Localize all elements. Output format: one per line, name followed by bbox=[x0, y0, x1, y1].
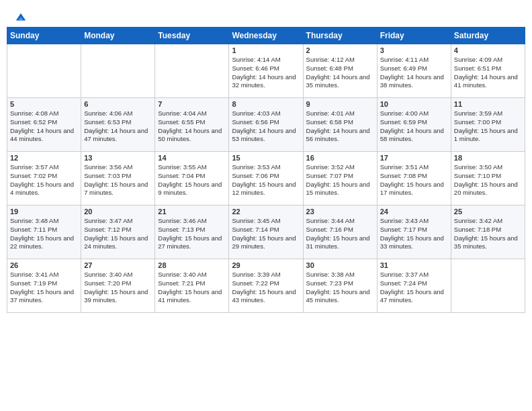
sunrise-text: Sunrise: 3:47 AM bbox=[84, 217, 132, 224]
sunrise-text: Sunrise: 3:46 AM bbox=[158, 217, 206, 224]
day-info: Sunrise: 3:41 AM Sunset: 7:19 PM Dayligh… bbox=[10, 271, 78, 305]
calendar-cell: 18 Sunrise: 3:50 AM Sunset: 7:10 PM Dayl… bbox=[451, 152, 525, 205]
day-info: Sunrise: 3:46 AM Sunset: 7:13 PM Dayligh… bbox=[158, 217, 226, 251]
sunrise-text: Sunrise: 4:11 AM bbox=[380, 56, 429, 63]
daylight-text: Daylight: 15 hours and 1 minute. bbox=[454, 127, 518, 143]
sunrise-text: Sunrise: 3:43 AM bbox=[380, 217, 429, 224]
sunset-text: Sunset: 7:19 PM bbox=[10, 279, 57, 287]
weekday-wednesday: Wednesday bbox=[229, 28, 303, 44]
calendar-cell: 8 Sunrise: 4:03 AM Sunset: 6:56 PM Dayli… bbox=[229, 98, 303, 152]
sunset-text: Sunset: 7:14 PM bbox=[232, 226, 279, 233]
sunset-text: Sunset: 7:10 PM bbox=[454, 172, 501, 179]
calendar-cell bbox=[7, 44, 81, 98]
calendar-cell: 26 Sunrise: 3:41 AM Sunset: 7:19 PM Dayl… bbox=[7, 259, 81, 313]
sunrise-text: Sunrise: 3:48 AM bbox=[10, 217, 58, 224]
day-info: Sunrise: 4:06 AM Sunset: 6:53 PM Dayligh… bbox=[84, 109, 152, 144]
day-info: Sunrise: 3:50 AM Sunset: 7:10 PM Dayligh… bbox=[454, 163, 522, 197]
daylight-text: Daylight: 15 hours and 15 minutes. bbox=[306, 181, 370, 197]
sunrise-text: Sunrise: 3:50 AM bbox=[454, 163, 502, 171]
day-number: 9 bbox=[306, 100, 374, 108]
sunset-text: Sunset: 6:56 PM bbox=[232, 118, 279, 126]
day-number: 4 bbox=[454, 46, 522, 54]
day-info: Sunrise: 3:59 AM Sunset: 7:00 PM Dayligh… bbox=[454, 109, 522, 144]
sunset-text: Sunset: 7:23 PM bbox=[306, 279, 353, 287]
day-info: Sunrise: 3:40 AM Sunset: 7:21 PM Dayligh… bbox=[158, 271, 226, 305]
sunset-text: Sunset: 7:16 PM bbox=[306, 226, 353, 233]
day-number: 19 bbox=[10, 208, 78, 216]
day-number: 8 bbox=[232, 100, 300, 108]
day-info: Sunrise: 3:39 AM Sunset: 7:22 PM Dayligh… bbox=[232, 271, 300, 305]
day-info: Sunrise: 3:53 AM Sunset: 7:06 PM Dayligh… bbox=[232, 163, 300, 197]
day-number: 7 bbox=[158, 100, 226, 108]
day-info: Sunrise: 3:47 AM Sunset: 7:12 PM Dayligh… bbox=[84, 217, 152, 251]
day-number: 16 bbox=[306, 154, 374, 162]
day-number: 1 bbox=[232, 46, 300, 54]
calendar-cell: 13 Sunrise: 3:56 AM Sunset: 7:03 PM Dayl… bbox=[81, 152, 155, 205]
calendar-cell: 11 Sunrise: 3:59 AM Sunset: 7:00 PM Dayl… bbox=[451, 98, 525, 152]
day-info: Sunrise: 3:40 AM Sunset: 7:20 PM Dayligh… bbox=[84, 271, 152, 305]
day-number: 30 bbox=[306, 261, 374, 269]
daylight-text: Daylight: 15 hours and 31 minutes. bbox=[306, 234, 370, 250]
day-info: Sunrise: 3:48 AM Sunset: 7:11 PM Dayligh… bbox=[10, 217, 78, 251]
day-number: 6 bbox=[84, 100, 152, 108]
day-number: 5 bbox=[10, 100, 78, 108]
day-number: 21 bbox=[158, 208, 226, 216]
day-info: Sunrise: 3:38 AM Sunset: 7:23 PM Dayligh… bbox=[306, 271, 374, 305]
day-info: Sunrise: 3:52 AM Sunset: 7:07 PM Dayligh… bbox=[306, 163, 374, 197]
daylight-text: Daylight: 14 hours and 47 minutes. bbox=[84, 127, 148, 143]
sunrise-text: Sunrise: 3:40 AM bbox=[158, 271, 206, 278]
calendar-cell: 6 Sunrise: 4:06 AM Sunset: 6:53 PM Dayli… bbox=[81, 98, 155, 152]
daylight-text: Daylight: 15 hours and 9 minutes. bbox=[158, 181, 222, 197]
daylight-text: Daylight: 15 hours and 4 minutes. bbox=[10, 181, 74, 197]
sunrise-text: Sunrise: 3:40 AM bbox=[84, 271, 132, 278]
calendar-cell: 28 Sunrise: 3:40 AM Sunset: 7:21 PM Dayl… bbox=[155, 259, 229, 313]
sunrise-text: Sunrise: 4:00 AM bbox=[380, 109, 429, 117]
day-number: 13 bbox=[84, 154, 152, 162]
calendar-cell: 27 Sunrise: 3:40 AM Sunset: 7:20 PM Dayl… bbox=[81, 259, 155, 313]
calendar-cell bbox=[451, 259, 525, 313]
daylight-text: Daylight: 15 hours and 24 minutes. bbox=[84, 234, 148, 250]
sunset-text: Sunset: 6:53 PM bbox=[84, 118, 131, 126]
sunrise-text: Sunrise: 4:03 AM bbox=[232, 109, 280, 117]
sunset-text: Sunset: 6:52 PM bbox=[10, 118, 57, 126]
calendar-cell bbox=[81, 44, 155, 98]
day-info: Sunrise: 3:51 AM Sunset: 7:08 PM Dayligh… bbox=[380, 163, 448, 197]
weekday-monday: Monday bbox=[81, 28, 155, 44]
sunset-text: Sunset: 7:22 PM bbox=[232, 279, 279, 287]
logo-icon bbox=[15, 12, 27, 24]
calendar-cell: 15 Sunrise: 3:53 AM Sunset: 7:06 PM Dayl… bbox=[229, 152, 303, 205]
sunrise-text: Sunrise: 4:09 AM bbox=[454, 56, 502, 63]
sunrise-text: Sunrise: 3:56 AM bbox=[84, 163, 132, 171]
sunset-text: Sunset: 6:48 PM bbox=[306, 64, 353, 72]
calendar-cell: 2 Sunrise: 4:12 AM Sunset: 6:48 PM Dayli… bbox=[303, 44, 377, 98]
day-info: Sunrise: 3:45 AM Sunset: 7:14 PM Dayligh… bbox=[232, 217, 300, 251]
weekday-header-row: SundayMondayTuesdayWednesdayThursdayFrid… bbox=[7, 28, 525, 44]
day-number: 25 bbox=[454, 208, 522, 216]
sunset-text: Sunset: 7:08 PM bbox=[380, 172, 427, 179]
calendar-cell: 5 Sunrise: 4:08 AM Sunset: 6:52 PM Dayli… bbox=[7, 98, 81, 152]
sunset-text: Sunset: 6:55 PM bbox=[158, 118, 205, 126]
calendar-cell: 20 Sunrise: 3:47 AM Sunset: 7:12 PM Dayl… bbox=[81, 205, 155, 259]
calendar-week-3: 12 Sunrise: 3:57 AM Sunset: 7:02 PM Dayl… bbox=[7, 152, 525, 205]
day-info: Sunrise: 4:12 AM Sunset: 6:48 PM Dayligh… bbox=[306, 56, 374, 90]
day-info: Sunrise: 4:08 AM Sunset: 6:52 PM Dayligh… bbox=[10, 109, 78, 144]
day-number: 18 bbox=[454, 154, 522, 162]
sunset-text: Sunset: 6:49 PM bbox=[380, 64, 427, 72]
sunset-text: Sunset: 7:06 PM bbox=[232, 172, 279, 179]
daylight-text: Daylight: 14 hours and 35 minutes. bbox=[306, 73, 370, 89]
calendar-week-4: 19 Sunrise: 3:48 AM Sunset: 7:11 PM Dayl… bbox=[7, 205, 525, 259]
sunset-text: Sunset: 7:17 PM bbox=[380, 226, 427, 233]
sunrise-text: Sunrise: 3:55 AM bbox=[158, 163, 206, 171]
day-info: Sunrise: 4:14 AM Sunset: 6:46 PM Dayligh… bbox=[232, 56, 300, 90]
sunrise-text: Sunrise: 3:52 AM bbox=[306, 163, 355, 171]
day-number: 28 bbox=[158, 261, 226, 269]
calendar-cell: 23 Sunrise: 3:44 AM Sunset: 7:16 PM Dayl… bbox=[303, 205, 377, 259]
daylight-text: Daylight: 15 hours and 7 minutes. bbox=[84, 181, 148, 197]
sunset-text: Sunset: 7:11 PM bbox=[10, 226, 57, 233]
sunset-text: Sunset: 7:03 PM bbox=[84, 172, 131, 179]
day-number: 27 bbox=[84, 261, 152, 269]
day-info: Sunrise: 4:09 AM Sunset: 6:51 PM Dayligh… bbox=[454, 56, 522, 90]
sunrise-text: Sunrise: 3:37 AM bbox=[380, 271, 429, 278]
daylight-text: Daylight: 14 hours and 41 minutes. bbox=[454, 73, 518, 89]
day-number: 11 bbox=[454, 100, 522, 108]
